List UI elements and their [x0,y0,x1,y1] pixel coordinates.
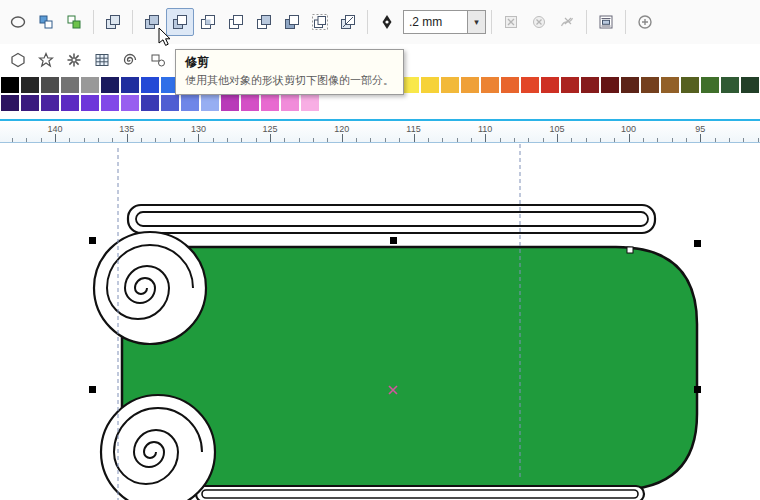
ruler-label: 130 [191,124,206,134]
join-curves-button[interactable] [334,8,362,36]
color-swatch[interactable] [0,76,20,94]
color-swatch[interactable] [40,76,60,94]
create-boundary-button[interactable] [306,8,334,36]
outline-width-input[interactable]: .2 mm [404,12,467,32]
ruler-tick [715,138,716,142]
color-swatch[interactable] [420,76,440,94]
intersect-button[interactable] [194,8,222,36]
curve-node[interactable] [627,247,633,253]
ruler[interactable]: 14013513012512011511010510095 [0,119,760,143]
scroll-top-spiral[interactable] [94,232,206,344]
color-swatch[interactable] [60,94,80,112]
ruler-tick [184,138,185,142]
color-swatch[interactable] [520,76,540,94]
complex-star-tool-icon [66,52,82,68]
group-objects-button[interactable] [32,8,60,36]
color-swatch[interactable] [260,94,280,112]
drawing-canvas[interactable] [0,144,760,500]
color-swatch[interactable] [100,94,120,112]
create-boundary-icon [312,14,328,30]
color-swatch[interactable] [20,76,40,94]
front-minus-back-button[interactable] [250,8,278,36]
back-minus-front-button[interactable] [278,8,306,36]
selection-handle-top-left[interactable] [89,237,96,244]
color-swatch[interactable] [20,94,40,112]
outline-pen-icon [379,14,395,30]
selection-handle-mid-left[interactable] [89,386,96,393]
star-tool-button[interactable] [32,46,60,74]
selection-handle-top-right[interactable] [694,240,701,247]
ruler-tick [657,138,658,142]
outline-width-combo[interactable]: .2 mm ▾ [403,10,486,34]
color-swatch[interactable] [480,76,500,94]
ruler-tick [241,138,242,142]
color-swatch[interactable] [440,76,460,94]
color-swatch[interactable] [120,94,140,112]
color-swatch[interactable] [100,76,120,94]
color-swatch[interactable] [220,94,240,112]
color-swatch[interactable] [640,76,660,94]
ruler-tick [26,138,27,142]
ruler-tick [428,138,429,142]
color-swatch[interactable] [300,94,320,112]
ruler-tick [313,138,314,142]
color-swatch[interactable] [500,76,520,94]
ellipse-tool-button[interactable] [4,8,32,36]
color-swatch[interactable] [200,94,220,112]
app-window: .2 mm ▾ [0,0,760,500]
spiral-tool-button[interactable] [116,46,144,74]
scroll-top-roll-inner [136,212,648,226]
ruler-tick [98,138,99,142]
color-swatch[interactable] [740,76,760,94]
color-swatch[interactable] [280,94,300,112]
polygon-tool-button[interactable] [4,46,32,74]
color-swatch[interactable] [140,76,160,94]
combine-button[interactable] [99,8,127,36]
separator [491,10,492,34]
basic-shapes-tool-button[interactable] [144,46,172,74]
color-swatch[interactable] [80,94,100,112]
color-swatch[interactable] [140,94,160,112]
graph-paper-tool-button[interactable] [88,46,116,74]
color-swatch[interactable] [700,76,720,94]
ruler-tick [112,138,113,142]
separator [625,10,626,34]
color-swatch[interactable] [580,76,600,94]
color-swatch[interactable] [160,94,180,112]
chevron-down-icon[interactable]: ▾ [467,11,485,33]
color-swatch[interactable] [120,76,140,94]
plus-circle-button[interactable] [631,8,659,36]
color-swatch[interactable] [60,76,80,94]
weld-button[interactable] [138,8,166,36]
text-wrap-button[interactable] [592,8,620,36]
color-swatch[interactable] [460,76,480,94]
color-swatch[interactable] [680,76,700,94]
polygon-tool-icon [10,52,26,68]
color-swatch[interactable] [40,94,60,112]
color-swatch[interactable] [600,76,620,94]
auto-close-curve-button[interactable] [497,8,525,36]
break-apart-button[interactable] [525,8,553,36]
color-swatch[interactable] [620,76,640,94]
trim-button[interactable] [166,8,194,36]
color-swatch[interactable] [240,94,260,112]
group-objects-icon [38,14,54,30]
ruler-tick [500,138,501,142]
ungroup-objects-button[interactable] [60,8,88,36]
color-swatch[interactable] [660,76,680,94]
color-swatch[interactable] [540,76,560,94]
outline-pen-button[interactable] [373,8,401,36]
color-swatch[interactable] [80,76,100,94]
ruler-tick [55,134,56,142]
color-swatch[interactable] [180,94,200,112]
complex-star-tool-button[interactable] [60,46,88,74]
simplify-button[interactable] [222,8,250,36]
color-swatch[interactable] [560,76,580,94]
delete-segment-button[interactable] [553,8,581,36]
selection-handle-mid-right[interactable] [694,386,701,393]
color-swatch[interactable] [0,94,20,112]
ruler-tick [614,138,615,142]
selection-handle-top-center[interactable] [390,237,397,244]
ruler-tick [270,134,271,142]
color-swatch[interactable] [720,76,740,94]
